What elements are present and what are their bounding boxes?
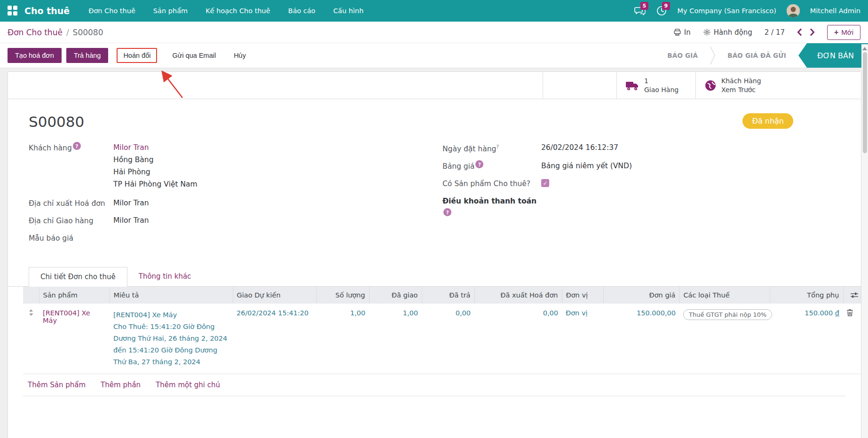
tax-badge[interactable]: Thuế GTGT phải nộp 10% bbox=[683, 309, 772, 320]
swap-button[interactable]: Hoán đổi bbox=[117, 48, 157, 63]
pager-previous-button[interactable] bbox=[797, 28, 802, 36]
cell-quantity[interactable]: 1,00 bbox=[316, 304, 369, 374]
field-group: Khách hàng? Milor Tran Hồng Bàng Hải Phò… bbox=[8, 143, 861, 251]
create-invoice-button[interactable]: Tạo hoá đơn bbox=[8, 48, 62, 63]
apps-menu-icon[interactable] bbox=[8, 6, 18, 16]
product-link[interactable]: [RENT004] Xe Máy bbox=[43, 309, 90, 324]
cell-delivered[interactable]: 1,00 bbox=[369, 304, 422, 374]
tab-other-info[interactable]: Thông tin khác bbox=[127, 267, 203, 286]
col-description[interactable]: Miêu tả bbox=[110, 287, 233, 304]
column-options-icon[interactable] bbox=[851, 292, 858, 298]
tab-order-details[interactable]: Chi tiết Đơn cho thuê bbox=[29, 267, 127, 287]
delivery-smart-button[interactable]: 1Giao Hàng bbox=[616, 72, 695, 99]
customer-preview-smart-button[interactable]: Khách Hàng Xem Trước bbox=[695, 72, 861, 99]
title-row: S00080 Đã nhận bbox=[8, 99, 861, 130]
cell-uom[interactable]: Đơn vị bbox=[562, 304, 603, 374]
navbar-systray: 5 9 My Company (San Francisco) Mitchell … bbox=[634, 4, 860, 17]
stage-quotation-sent[interactable]: BÁO GIÁ ĐÃ GỬI bbox=[715, 43, 798, 68]
cell-product[interactable]: [RENT004] Xe Máy bbox=[39, 304, 110, 374]
add-product-link[interactable]: Thêm Sản phẩm bbox=[28, 381, 86, 389]
company-switcher[interactable]: My Company (San Francisco) bbox=[678, 7, 776, 15]
customer-link[interactable]: Milor Tran bbox=[113, 143, 149, 152]
field-quotation-template: Mẫu báo giá bbox=[29, 234, 442, 242]
new-record-button[interactable]: + Mới bbox=[827, 25, 860, 40]
activities-button[interactable]: 9 bbox=[656, 5, 667, 16]
cell-returned[interactable]: 0,00 bbox=[422, 304, 474, 374]
col-invoiced[interactable]: Đã xuất Hoá đơn bbox=[474, 287, 562, 304]
menu-configuration[interactable]: Cấu hình bbox=[333, 7, 363, 15]
action-label: Hành động bbox=[714, 28, 752, 37]
scrollbar-thumb[interactable] bbox=[863, 52, 867, 153]
smart-button-spacer bbox=[543, 72, 616, 99]
messages-button[interactable]: 5 bbox=[634, 5, 646, 16]
cell-taxes: Thuế GTGT phải nộp 10% bbox=[679, 304, 770, 374]
col-scheduled-date[interactable]: Giao Dự kiến bbox=[233, 287, 316, 304]
trash-icon bbox=[847, 309, 853, 316]
order-title: S00080 bbox=[29, 113, 84, 130]
col-uom[interactable]: Đơn vị bbox=[562, 287, 603, 304]
field-column-left: Khách hàng? Milor Tran Hồng Bàng Hải Phò… bbox=[29, 143, 442, 251]
menu-products[interactable]: Sản phẩm bbox=[153, 7, 188, 15]
stage-sales-order[interactable]: ĐƠN BÁN bbox=[798, 43, 868, 68]
add-section-link[interactable]: Thêm phần bbox=[101, 381, 141, 389]
col-returned[interactable]: Đã trả bbox=[422, 287, 474, 304]
return-button[interactable]: Trả hàng bbox=[66, 48, 109, 63]
messages-badge: 5 bbox=[640, 2, 649, 10]
invoice-address-value[interactable]: Milor Tran bbox=[113, 199, 149, 208]
breadcrumb-parent[interactable]: Đơn Cho thuê bbox=[8, 28, 63, 37]
statusbar-buttons: Tạo hoá đơn Trả hàng Hoán đổi Gửi qua Em… bbox=[8, 48, 253, 63]
avatar-image bbox=[787, 4, 800, 17]
help-icon[interactable]: ? bbox=[475, 160, 483, 168]
delete-line-button[interactable] bbox=[843, 304, 861, 374]
delivery-count: 1 bbox=[644, 77, 648, 85]
delivery-address-value[interactable]: Milor Tran bbox=[113, 216, 149, 225]
order-date-value[interactable]: 26/02/2024 16:12:37 bbox=[541, 143, 618, 153]
breadcrumb-current: S00080 bbox=[73, 28, 103, 37]
statusbar: Tạo hoá đơn Trả hàng Hoán đổi Gửi qua Em… bbox=[0, 43, 868, 68]
print-button[interactable]: In bbox=[673, 28, 691, 37]
field-column-right: Ngày đặt hàng? 26/02/2024 16:12:37 Bảng … bbox=[442, 143, 840, 251]
control-panel: Đơn Cho thuê / S00080 In Hành động 2 / 1… bbox=[0, 22, 868, 43]
help-icon[interactable]: ? bbox=[73, 142, 81, 150]
field-invoice-address: Địa chỉ xuất Hoá đơn Milor Tran bbox=[29, 199, 442, 208]
scrollbar-up-arrow[interactable] bbox=[862, 47, 867, 50]
truck-icon bbox=[625, 80, 639, 91]
pager-counter: 2 / 17 bbox=[765, 28, 785, 37]
drag-handle[interactable] bbox=[23, 304, 39, 374]
action-menu-button[interactable]: Hành động bbox=[703, 28, 752, 37]
col-unit-price[interactable]: Đơn giá bbox=[603, 287, 679, 304]
payment-terms-label: Điều khoản thanh toán ? bbox=[442, 196, 537, 216]
col-subtotal[interactable]: Tổng phụ bbox=[770, 287, 843, 304]
activities-badge: 9 bbox=[662, 2, 671, 10]
menu-rental-schedule[interactable]: Kế hoạch Cho thuê bbox=[205, 7, 270, 15]
vertical-scrollbar[interactable] bbox=[861, 44, 868, 438]
send-email-button[interactable]: Gửi qua Email bbox=[166, 48, 222, 63]
help-icon[interactable]: ? bbox=[443, 208, 451, 216]
col-taxes[interactable]: Các loại Thuế bbox=[679, 287, 770, 304]
cancel-button[interactable]: Hủy bbox=[227, 48, 253, 63]
menu-rental-orders[interactable]: Đơn Cho thuê bbox=[88, 7, 135, 15]
col-delivered[interactable]: Đã giao bbox=[369, 287, 422, 304]
field-rental-product: Có Sản phẩm Cho thuê? ✓ bbox=[442, 179, 840, 188]
pricelist-value[interactable]: Bảng giá niêm yết (VND) bbox=[541, 162, 632, 171]
avatar[interactable] bbox=[787, 4, 800, 17]
add-note-link[interactable]: Thêm một ghi chú bbox=[156, 381, 220, 389]
user-menu[interactable]: Mitchell Admin bbox=[810, 7, 860, 15]
cell-unit-price[interactable]: 150.000,00 bbox=[603, 304, 679, 374]
status-pipeline: BÁO GIÁ BÁO GIÁ ĐÃ GỬI ĐƠN BÁN bbox=[655, 43, 868, 68]
col-quantity[interactable]: Số lượng bbox=[316, 287, 369, 304]
top-navbar: Cho thuê Đơn Cho thuê Sản phẩm Kế hoạch … bbox=[0, 0, 868, 22]
cell-scheduled-date[interactable]: 26/02/2024 15:41:20 bbox=[233, 304, 316, 374]
breadcrumb-separator: / bbox=[66, 28, 69, 37]
pager-next-button[interactable] bbox=[810, 28, 815, 36]
handle-column-header bbox=[23, 287, 39, 304]
cell-invoiced[interactable]: 0,00 bbox=[474, 304, 562, 374]
menu-reporting[interactable]: Báo cáo bbox=[288, 7, 316, 15]
globe-icon bbox=[704, 79, 717, 92]
col-product[interactable]: Sản phẩm bbox=[39, 287, 110, 304]
stage-quotation[interactable]: BÁO GIÁ bbox=[655, 43, 710, 68]
payment-terms-label-text: Điều khoản thanh toán bbox=[442, 197, 537, 205]
rental-product-checkbox[interactable]: ✓ bbox=[541, 179, 549, 187]
app-name[interactable]: Cho thuê bbox=[24, 6, 70, 16]
cell-description[interactable]: [RENT004] Xe Máy Cho Thuê: 15:41:20 Giờ … bbox=[110, 304, 233, 374]
